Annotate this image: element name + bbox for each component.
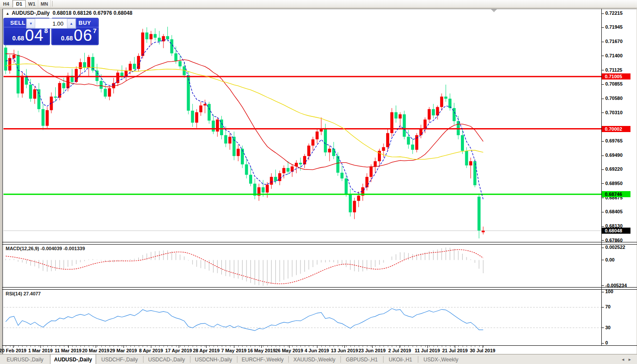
bar-tick (242, 346, 243, 347)
bar-tick (230, 346, 230, 347)
price-axis-label: 0.69220 (605, 166, 623, 172)
buy-price-prefix: 0.68 (61, 35, 73, 41)
bar-tick (300, 346, 301, 347)
macd-signal-value: -0.001339 (63, 246, 85, 251)
pane-divider[interactable] (2, 289, 637, 290)
bar-tick (180, 346, 180, 347)
price-level-badge: 0.71005 (602, 73, 630, 79)
axis-tick (602, 248, 604, 248)
bar-tick (238, 346, 239, 347)
price-axis-border (601, 9, 602, 345)
bar-tick (110, 346, 110, 347)
bar-tick (213, 346, 214, 347)
price-axis-label: 0.67860 (605, 238, 623, 243)
bar-tick (350, 346, 351, 347)
bar-tick (51, 346, 52, 347)
pane-divider[interactable] (2, 242, 637, 242)
bar-tick (297, 346, 297, 347)
rsi-name: RSI(14) (6, 291, 22, 296)
chart-symbol: AUDUSD-,Daily (12, 10, 50, 16)
axis-tick (602, 99, 604, 99)
bar-tick (209, 346, 210, 347)
tab-usdx-weekly[interactable]: USDX-,Weekly (418, 354, 464, 364)
bar-tick (247, 346, 247, 347)
axis-tick (602, 198, 604, 198)
tab-usdcad-daily[interactable]: USDCAD-,Daily (143, 354, 190, 364)
bar-tick (467, 346, 467, 347)
price-axis-label: 0.71670 (605, 39, 623, 44)
timeframe-button-h4[interactable]: H4 (0, 0, 13, 7)
bar-tick (479, 346, 480, 347)
price-level-badge: 0.68746 (602, 191, 630, 197)
bar-tick (375, 346, 376, 347)
bar-tick (184, 346, 185, 347)
price-axis-label: 0.68405 (605, 209, 623, 214)
volume-decrease-icon[interactable]: ▼ (27, 19, 35, 28)
bar-tick (97, 346, 97, 347)
chart-shift-marker-icon[interactable] (491, 9, 497, 12)
bar-tick (342, 346, 343, 347)
bar-tick (197, 346, 197, 347)
axis-tick (602, 56, 604, 56)
axis-tick (602, 292, 604, 292)
macd-main-value: -0.004039 (40, 246, 62, 251)
bar-tick (14, 346, 14, 347)
price-level-badge: 0.70002 (602, 126, 630, 132)
collapse-panel-icon[interactable]: ▲ (6, 11, 10, 16)
rsi-indicator-label: RSI(14) 27.4077 (6, 291, 41, 296)
bar-tick (267, 346, 268, 347)
tab-audusd-daily[interactable]: AUDUSD-,Daily (50, 354, 96, 364)
tab-usdcnh-daily[interactable]: USDCNH-,Daily (190, 354, 237, 364)
bar-tick (226, 346, 226, 347)
tab-usdchf-daily[interactable]: USDCHF-,Daily (96, 354, 143, 364)
axis-tick (602, 113, 604, 113)
bar-tick (18, 346, 19, 347)
bar-tick (130, 346, 131, 347)
bar-tick (6, 346, 6, 347)
bar-tick (89, 346, 89, 347)
tab-ukoil-h1[interactable]: UKOil-,H1 (383, 354, 418, 364)
axis-tick (602, 84, 604, 85)
tab-eurusd-daily[interactable]: EURUSD-,Daily (0, 354, 50, 364)
bar-tick (27, 346, 27, 347)
axis-tick (602, 70, 604, 70)
macd-axis-label: 0.002522 (605, 245, 625, 250)
timeframe-button-mn[interactable]: MN (38, 0, 51, 7)
bar-tick (475, 346, 475, 347)
buy-price-pip: 7 (93, 27, 97, 34)
bar-tick (122, 346, 122, 347)
tab-scroll-right-icon[interactable]: ▸ (628, 357, 631, 362)
bar-tick (400, 346, 400, 347)
chart-plot-area[interactable] (3, 9, 601, 345)
bar-tick (255, 346, 255, 347)
mt4-platform: { "toolbar": { "timeframes": [ {"label":… (0, 0, 637, 364)
bar-tick (334, 346, 334, 347)
volume-increase-icon[interactable]: ▲ (67, 19, 76, 28)
bar-tick (64, 346, 64, 347)
bar-tick (176, 346, 177, 347)
axis-tick (602, 156, 604, 156)
bar-tick (139, 346, 139, 347)
volume-input[interactable] (35, 19, 67, 28)
axis-tick (602, 343, 604, 344)
rsi-axis-label: 100 (605, 289, 613, 294)
tab-gbpusd-h1[interactable]: GBPUSD-,H1 (340, 354, 383, 364)
bar-tick (292, 346, 293, 347)
tab-eurchf-weekly[interactable]: EURCHF-,Weekly (237, 354, 288, 364)
price-axis-label: 0.70855 (605, 81, 623, 86)
bar-tick (371, 346, 371, 347)
tab-scroll-left-icon[interactable]: ◂ (622, 357, 624, 362)
bar-tick (10, 346, 10, 347)
macd-axis-label: 0.00 (605, 257, 614, 262)
tab-xauusd-weekly[interactable]: XAUUSD-,Weekly (288, 354, 340, 364)
timeframe-button-d1[interactable]: D1 (13, 0, 26, 7)
pane-divider[interactable] (2, 287, 637, 288)
axis-tick (602, 141, 604, 142)
axis-tick (602, 307, 604, 308)
bar-tick (454, 346, 454, 347)
bar-tick (105, 346, 106, 347)
bar-tick (305, 346, 305, 347)
timeframe-button-w1[interactable]: W1 (26, 0, 38, 7)
price-axis-label: 0.70310 (605, 110, 623, 115)
pane-divider[interactable] (2, 244, 637, 245)
